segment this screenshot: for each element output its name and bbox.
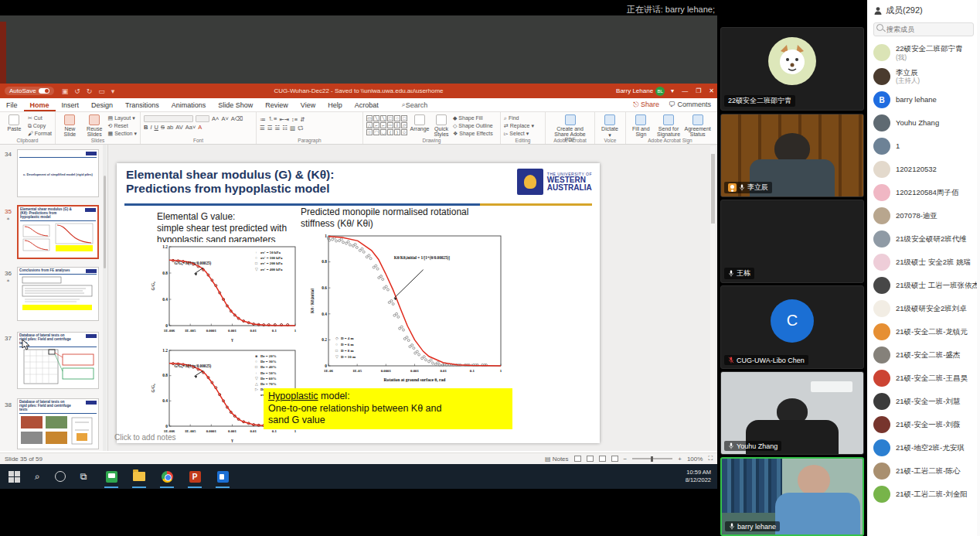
thumbnail-scrollbar[interactable] — [103, 145, 107, 451]
close-button[interactable]: ✕ — [709, 87, 714, 94]
search-input[interactable] — [873, 22, 974, 36]
slide-sorter-icon[interactable] — [587, 456, 594, 462]
ribbon-display-icon[interactable]: ▾ — [671, 87, 674, 94]
slide-thumbnail-34[interactable]: c. Development of simplified model (rigi… — [17, 149, 99, 197]
video-tile-3[interactable]: 王栋 — [720, 200, 864, 283]
restore-button[interactable]: ❐ — [696, 87, 701, 94]
copy-button[interactable]: ⧉ Copy — [28, 123, 52, 129]
underline-button[interactable]: U — [155, 124, 158, 131]
undo-icon[interactable]: ↺ — [74, 87, 80, 95]
participant-row[interactable]: 21级硕士 安全2班 姚瑞 — [867, 251, 980, 274]
quick-styles-button[interactable]: Quick Styles — [432, 114, 451, 137]
video-tile-6[interactable]: barry lehane — [720, 457, 864, 536]
meeting-app-icon[interactable] — [213, 467, 232, 486]
screen-share-app-icon[interactable] — [102, 467, 121, 486]
shape-outline-button[interactable]: ◇ Shape Outline — [453, 123, 493, 129]
task-view-icon[interactable]: ⧉ — [74, 467, 93, 486]
chrome-icon[interactable] — [158, 467, 176, 486]
participant-row[interactable]: 21硕-地空2班-尤安琪 — [867, 436, 980, 459]
participant-search[interactable] — [873, 21, 974, 36]
italic-button[interactable]: I — [150, 124, 151, 131]
comments-button[interactable]: 🗩 Comments — [669, 101, 711, 109]
shape-gallery[interactable]: ▭╲╲□○□ △⌐⌐⇨⇩▱ ☆◠◡{}✩ — [366, 114, 407, 135]
cortana-icon[interactable] — [51, 467, 70, 486]
replace-button[interactable]: ⇄ Replace ▾ — [504, 123, 534, 129]
section-button[interactable]: ▦ Section ▾ — [108, 131, 137, 137]
bullets-icon[interactable]: ≔ — [260, 116, 266, 123]
font-size-box[interactable] — [196, 115, 209, 122]
find-button[interactable]: ⌕ Find — [504, 115, 534, 121]
participant-row[interactable]: 21硕-安全一班-刘薇 — [867, 413, 980, 436]
taskbar-clock[interactable]: 10:59 AM 8/12/2022 — [686, 469, 711, 484]
strike-button[interactable]: S — [161, 124, 165, 131]
participant-row[interactable]: 1 — [867, 135, 980, 158]
slideshow-icon[interactable]: ▭ — [98, 87, 105, 95]
zoom-slider[interactable] — [632, 458, 672, 459]
reading-view-icon[interactable] — [599, 456, 606, 462]
video-tile-1[interactable]: 22硕安全二班邵宁胄 — [720, 27, 864, 111]
normal-view-icon[interactable] — [574, 456, 581, 462]
tab-file[interactable]: File — [0, 98, 24, 111]
participant-row[interactable]: 22硕安全二班邵宁胄 (我) — [867, 41, 980, 65]
slide-canvas[interactable]: Elemental shear modulus (G) & (Kθ): Pred… — [117, 163, 600, 443]
font-name-box[interactable] — [144, 115, 193, 122]
qat-dropdown-icon[interactable]: ▾ — [111, 87, 115, 95]
send-signature-button[interactable]: Send for Signature — [655, 114, 682, 137]
participant-row[interactable]: 207078-迪亚 — [867, 204, 980, 227]
participant-row[interactable]: B barry lehane — [867, 88, 980, 111]
tab-home[interactable]: Home — [24, 98, 56, 111]
text-direction-icon[interactable]: ⇵ — [300, 116, 305, 123]
fill-sign-button[interactable]: Fill and Sign — [629, 114, 653, 137]
participant-row[interactable]: 21硕-安全二班-王昌昊 — [867, 367, 980, 390]
start-button[interactable] — [5, 467, 23, 486]
layout-button[interactable]: ▤ Layout ▾ — [108, 115, 137, 121]
paste-button[interactable]: Paste — [3, 114, 26, 131]
participants-scrollbar[interactable] — [977, 0, 980, 536]
char-spacing-icon[interactable]: AV — [175, 124, 182, 131]
participant-row[interactable]: 21硕-安全一班-刘慧 — [867, 390, 980, 413]
redo-icon[interactable]: ↻ — [87, 87, 93, 95]
zoom-out-button[interactable]: − — [624, 456, 628, 463]
new-slide-button[interactable]: New Slide — [59, 114, 81, 137]
zoom-level[interactable]: 100% — [687, 456, 703, 463]
reuse-slides-button[interactable]: Reuse Slides — [83, 114, 106, 137]
shape-fill-button[interactable]: ◆ Shape Fill — [453, 115, 493, 121]
file-explorer-icon[interactable] — [130, 467, 148, 486]
autosave-toggle[interactable]: AutoSave — [5, 87, 54, 95]
indent-icons[interactable]: ⇤⇥ — [279, 116, 289, 123]
video-tile-5[interactable]: Youhu Zhang — [720, 371, 864, 455]
powerpoint-taskbar-icon[interactable]: P — [185, 467, 204, 486]
tab-review[interactable]: Review — [259, 98, 294, 111]
share-button[interactable]: ⎋ Share — [633, 101, 659, 109]
participant-row[interactable]: 1202120584周子佰 — [867, 181, 980, 204]
slide-thumbnail-35[interactable]: Elemental shear modulus (G) & (Kθ): Pred… — [17, 205, 99, 259]
tab-insert[interactable]: Insert — [56, 98, 86, 111]
participant-row[interactable]: 21级安全硕研2班代维 — [867, 227, 980, 251]
justify-icon[interactable]: ☷ — [282, 125, 288, 131]
tab-animations[interactable]: Animations — [165, 98, 213, 111]
fit-slide-icon[interactable]: ⛶ — [708, 455, 713, 463]
agreement-status-button[interactable]: Agreement Status — [684, 114, 711, 137]
cut-button[interactable]: ✂ Cut — [28, 115, 52, 121]
minimize-button[interactable]: — — [682, 87, 688, 94]
save-icon[interactable]: ▣ — [62, 87, 69, 95]
notes-placeholder[interactable]: Click to add notes — [114, 433, 176, 442]
main-scrollbar[interactable] — [710, 146, 716, 440]
participant-row[interactable]: 21硕-安全二班-盛杰 — [867, 343, 980, 367]
zoom-in-button[interactable]: + — [678, 456, 682, 463]
shape-effects-button[interactable]: ❖ Shape Effects — [453, 131, 493, 137]
tab-design[interactable]: Design — [85, 98, 119, 111]
clear-format-icon[interactable]: A⌫ — [231, 115, 243, 122]
participant-row[interactable]: 李立辰 (主持人) — [867, 65, 980, 89]
shrink-font-icon[interactable]: A˅ — [221, 115, 228, 122]
notes-toggle[interactable]: ▤ Notes — [545, 456, 569, 463]
slide-thumbnail-36[interactable]: Conclusions from FE analyses — [17, 267, 99, 321]
taskbar-search-icon[interactable]: ⌕ — [28, 467, 46, 486]
quick-access-toolbar[interactable]: ▣ ↺ ↻ ▭ ▾ — [62, 87, 115, 95]
grow-font-icon[interactable]: A˄ — [212, 115, 219, 122]
arrange-button[interactable]: Arrange — [410, 114, 430, 131]
tab-acrobat[interactable]: Acrobat — [349, 98, 385, 111]
account-chip[interactable]: Barry Lehane BL — [616, 87, 665, 96]
font-color-icon[interactable]: A — [198, 124, 202, 131]
video-tile-2[interactable]: 李立辰 — [720, 114, 864, 197]
